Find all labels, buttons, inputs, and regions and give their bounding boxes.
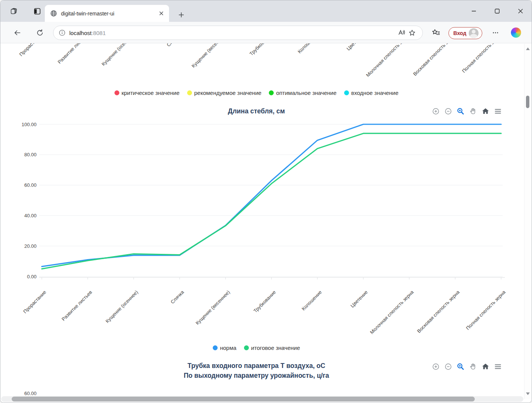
modebar-box-zoom-button[interactable] <box>456 362 465 371</box>
tab-title: digital-twin-remaster-ui <box>61 11 157 17</box>
favorite-button[interactable] <box>407 27 417 38</box>
legend-label: критическое значение <box>122 90 180 96</box>
y-axis-tick-label: 20.00 <box>24 243 37 249</box>
modebar-reset-home-button[interactable] <box>481 362 490 371</box>
login-button[interactable]: Вход <box>448 27 482 39</box>
login-label: Вход <box>453 30 466 36</box>
x-axis-label: Спячка <box>119 43 181 89</box>
maximize-icon <box>495 9 500 14</box>
zoom-out-icon <box>444 107 452 115</box>
more-options-icon <box>492 29 499 36</box>
legend-item[interactable]: оптимальное значение <box>269 90 336 96</box>
vertical-scrollbar-thumb[interactable] <box>526 96 529 108</box>
refresh-icon <box>36 29 44 37</box>
collections-icon <box>431 29 441 37</box>
window-controls <box>465 4 529 18</box>
x-axis-label: Колошение <box>256 43 319 89</box>
values-legend: критическое значениерекомендуемое значен… <box>0 90 512 96</box>
browser-window: digital-twin-remaster-ui <box>0 0 532 403</box>
modebar-menu-button[interactable] <box>493 107 502 116</box>
refresh-button[interactable] <box>34 27 46 38</box>
minimize-button[interactable] <box>465 4 482 18</box>
modebar-zoom-in-button[interactable] <box>431 362 440 371</box>
legend-label: оптимальное значение <box>276 90 336 96</box>
x-axis-label: Полная спелость зерна <box>440 43 503 89</box>
stem-chart-x-axis: ПрорастаниеРазвитие листьевКущение (осен… <box>0 285 512 342</box>
modebar-reset-home-button[interactable] <box>481 107 490 116</box>
tab-close-button[interactable] <box>157 9 165 18</box>
vertical-tabs-icon <box>33 7 41 15</box>
series-line <box>42 133 501 269</box>
x-axis-label: Цветение <box>302 43 365 89</box>
legend-label: рекомендуемое значение <box>194 90 262 96</box>
horizontal-scrollbar-thumb[interactable] <box>12 397 475 401</box>
home-icon <box>482 363 489 371</box>
read-aloud-icon <box>398 29 405 37</box>
tab-close-icon <box>159 11 163 15</box>
close-window-button[interactable] <box>512 4 529 18</box>
zoom-out-icon <box>444 363 452 371</box>
page-info-icon <box>59 29 66 36</box>
url-host: localhost <box>69 30 91 36</box>
pan-icon <box>469 363 477 371</box>
series-line <box>42 124 501 267</box>
new-tab-icon <box>178 12 184 18</box>
box-zoom-icon <box>457 107 465 115</box>
back-button[interactable] <box>12 27 23 38</box>
legend-dot-icon <box>114 90 119 95</box>
url-text[interactable]: localhost:8081 <box>69 30 396 36</box>
legend-item[interactable]: входное значение <box>344 90 399 96</box>
profile-avatar <box>469 28 479 38</box>
legend-item[interactable]: рекомендуемое значение <box>187 90 262 96</box>
scroll-down-arrow-icon[interactable] <box>526 392 530 395</box>
vertical-scrollbar[interactable] <box>524 44 531 399</box>
address-bar[interactable]: localhost:8081 <box>53 26 423 40</box>
zoom-in-icon <box>432 107 440 115</box>
copilot-icon[interactable] <box>511 27 521 38</box>
top-chart-x-axis: ПрорастаниеРазвитие листьевКущение (осен… <box>0 43 512 89</box>
collections-button[interactable] <box>430 27 442 38</box>
modebar-pan-button[interactable] <box>468 362 477 371</box>
series-legend: нормаитоговое значение <box>0 345 512 351</box>
tube-chart-title-line2: По выходному параметру урожайность, ц/га <box>0 371 512 380</box>
x-axis-label: Восковая спелость зерна <box>394 43 457 89</box>
new-tab-button[interactable] <box>176 9 186 20</box>
modebar-zoom-out-button[interactable] <box>444 362 453 371</box>
tab-strip: digital-twin-remaster-ui <box>0 0 532 22</box>
legend-dot-icon <box>244 345 249 350</box>
modebar-zoom-in-button[interactable] <box>431 107 440 116</box>
page-content: ПрорастаниеРазвитие листьевКущение (осен… <box>0 43 532 403</box>
read-aloud-button[interactable] <box>396 27 407 38</box>
modebar-pan-button[interactable] <box>468 107 477 116</box>
horizontal-scrollbar[interactable] <box>1 396 523 402</box>
x-axis-label: Развитие листьев <box>27 43 89 89</box>
zoom-in-icon <box>432 363 440 371</box>
legend-dot-icon <box>269 90 274 95</box>
y-axis-tick-label: 60.00 <box>24 182 37 188</box>
modebar-zoom-out-button[interactable] <box>444 107 453 116</box>
stem-line-chart[interactable]: 100.0080.0060.0040.0020.000.00 <box>0 122 512 284</box>
browser-toolbar: localhost:8081 Вход <box>0 22 532 43</box>
x-axis-label: Кущение (весеннее) <box>165 43 227 89</box>
minimize-icon <box>471 9 476 14</box>
modebar-menu-button[interactable] <box>493 362 502 371</box>
legend-label: входное значение <box>351 90 399 96</box>
workspaces-icon <box>10 7 18 15</box>
modebar-box-zoom-button[interactable] <box>456 107 465 116</box>
legend-label: норма <box>220 345 236 351</box>
legend-item[interactable]: критическое значение <box>114 90 180 96</box>
y-axis-tick-label: 80.00 <box>24 152 37 157</box>
legend-dot-icon <box>213 345 218 350</box>
scroll-up-arrow-icon[interactable] <box>526 47 530 50</box>
vertical-tabs-button[interactable] <box>32 6 43 17</box>
more-options-button[interactable] <box>490 27 501 38</box>
browser-tab[interactable]: digital-twin-remaster-ui <box>45 5 169 22</box>
maximize-button[interactable] <box>489 4 505 18</box>
url-port: :8081 <box>91 30 106 36</box>
workspaces-button[interactable] <box>9 6 19 17</box>
legend-item[interactable]: итоговое значение <box>244 345 300 351</box>
stem-chart-modebar <box>431 107 502 116</box>
legend-item[interactable]: норма <box>213 345 236 351</box>
y-axis-tick-label: 0.00 <box>27 274 37 279</box>
legend-dot-icon <box>187 90 192 95</box>
